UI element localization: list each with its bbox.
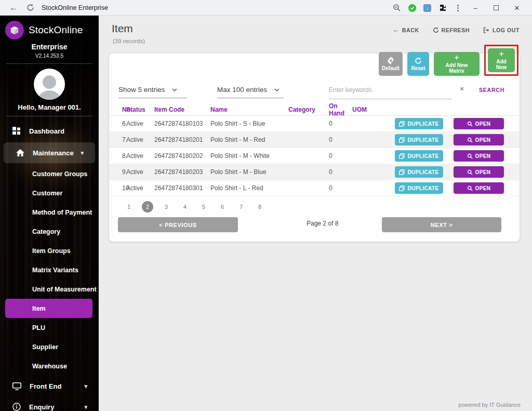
extension-green-icon[interactable]: [408, 4, 416, 12]
chevron-down-icon: [172, 88, 177, 91]
copy-icon: [399, 121, 405, 127]
magnifier-icon: [467, 137, 473, 143]
cell-no: 9.: [109, 168, 126, 176]
clear-search-icon[interactable]: ×: [460, 85, 464, 93]
refresh-link[interactable]: REFRESH: [433, 27, 470, 33]
window-minimize-icon[interactable]: –: [469, 4, 482, 12]
add-new-button[interactable]: + Add New: [488, 48, 515, 72]
stockonline-box-logo-icon: [5, 21, 24, 39]
pagination: 12345678: [123, 201, 265, 213]
open-button[interactable]: OPEN: [454, 118, 504, 129]
cell-onhand: 0: [323, 152, 352, 160]
sidebar-subitem-method-of-payment[interactable]: Method of Payment: [0, 203, 99, 222]
next-page-button[interactable]: NEXT >: [382, 217, 501, 232]
logout-icon: [483, 27, 490, 33]
duplicate-button[interactable]: DUPLICATE: [395, 150, 443, 162]
col-no: No.: [109, 106, 126, 113]
page-title: Item: [112, 22, 133, 35]
cell-itemcode: 26472874180203: [154, 168, 210, 176]
keyword-search-field[interactable]: [329, 85, 452, 99]
open-button[interactable]: OPEN: [454, 166, 504, 178]
sidebar-subitem-customer[interactable]: Customer: [0, 183, 99, 203]
open-button[interactable]: OPEN: [454, 182, 504, 194]
sidebar-subitem-item-groups[interactable]: Item Groups: [0, 241, 99, 260]
copy-icon: [399, 153, 405, 159]
cell-status: Active: [126, 184, 154, 192]
brand: StockOnline: [0, 16, 99, 39]
main-content: Item (39 records) ← BACK REFRESH LOG OUT…: [99, 16, 532, 411]
cell-no: 7.: [109, 136, 126, 143]
cell-no: 6.: [109, 120, 126, 127]
default-button[interactable]: Default: [379, 52, 403, 76]
page-number-5[interactable]: 5: [198, 201, 209, 213]
extensions-puzzle-icon[interactable]: [438, 4, 447, 12]
window-maximize-icon[interactable]: [494, 5, 499, 10]
logout-link[interactable]: LOG OUT: [483, 27, 520, 33]
sidebar-item-label: Dashboard: [29, 127, 64, 135]
open-button[interactable]: OPEN: [454, 134, 504, 145]
sidebar-item-label: Enquiry: [29, 403, 54, 411]
sidebar-subitem-category[interactable]: Category: [0, 222, 99, 241]
add-new-matrix-button[interactable]: + Add New Matrix: [434, 52, 480, 76]
chevron-down-icon: [274, 88, 280, 91]
max-entries-value: Max 100 entries: [217, 86, 267, 94]
item-table: No. Status Item Code Name Category On Ha…: [109, 103, 520, 196]
duplicate-button[interactable]: DUPLICATE: [395, 118, 443, 129]
user-greeting: Hello, Manager 001.: [0, 103, 99, 111]
page-number-7[interactable]: 7: [235, 201, 247, 213]
max-entries-select[interactable]: Max 100 entries: [217, 86, 284, 98]
home-icon: [16, 149, 24, 157]
sidebar-divider: [6, 116, 92, 116]
browser-back-icon[interactable]: ←: [7, 3, 20, 13]
page-number-2[interactable]: 2: [142, 201, 153, 213]
sidebar-subitem-matrix-variants[interactable]: Matrix Variants: [0, 260, 99, 280]
previous-page-button[interactable]: < PREVIOUS: [118, 217, 238, 232]
duplicate-button[interactable]: DUPLICATE: [395, 182, 443, 194]
add-new-label: Add New: [492, 59, 511, 70]
open-button[interactable]: OPEN: [454, 150, 504, 162]
sidebar-subitem-item[interactable]: Item: [5, 299, 92, 318]
reset-button[interactable]: Reset: [407, 52, 429, 76]
cell-status: Active: [126, 168, 154, 176]
sidebar-subitem-plu[interactable]: PLU: [0, 318, 99, 337]
page-number-4[interactable]: 4: [179, 201, 191, 213]
duplicate-button[interactable]: DUPLICATE: [395, 166, 443, 178]
browser-refresh-icon[interactable]: [24, 4, 36, 11]
sidebar-item-enquiry[interactable]: Enquiry ▾: [0, 396, 99, 411]
page-number-3[interactable]: 3: [161, 201, 172, 213]
app-version: V2.14.253.5: [0, 53, 99, 59]
top-nav: ← BACK REFRESH LOG OUT: [392, 26, 520, 34]
sidebar-subitem-customer-groups[interactable]: Customer Groups: [0, 164, 99, 183]
plus-icon: +: [454, 54, 459, 61]
browser-menu-icon[interactable]: [454, 5, 461, 11]
extension-download-icon[interactable]: ↓: [423, 4, 431, 12]
browser-tab-title: StockOnline Enterprise: [42, 4, 108, 11]
col-itemcode: Item Code: [154, 106, 210, 113]
search-input[interactable]: [329, 86, 452, 94]
chevron-down-icon: ▾: [81, 150, 84, 156]
record-count: (39 records): [113, 38, 145, 44]
zoom-out-icon[interactable]: [393, 4, 401, 12]
sidebar-item-maintenance[interactable]: Maintenance ▾: [4, 142, 95, 163]
cell-no: 10.: [109, 184, 126, 192]
back-link[interactable]: ← BACK: [392, 26, 419, 34]
sidebar-subitem-unit-of-measurement[interactable]: Unit of Measurement: [0, 280, 99, 299]
copy-icon: [399, 137, 405, 143]
sidebar-item-dashboard[interactable]: Dashboard: [0, 121, 99, 141]
show-entries-select[interactable]: Show 5 entries: [118, 86, 187, 98]
window-close-icon[interactable]: ✕: [510, 4, 524, 12]
page-number-1[interactable]: 1: [123, 201, 135, 213]
sidebar-subitem-warehouse[interactable]: Warehouse: [0, 356, 99, 376]
table-body: 6.Active26472874180103Polo Shirt - S - B…: [109, 116, 520, 196]
sidebar-item-label: Maintenance: [33, 149, 74, 157]
table-row: 7.Active26472874180201Polo Shirt - M - R…: [109, 132, 520, 148]
highlight-box: + Add New: [484, 45, 518, 76]
sidebar-item-front-end[interactable]: Front End ▾: [0, 376, 99, 396]
avatar: [34, 69, 65, 100]
reset-refresh-icon: [415, 57, 422, 64]
search-button[interactable]: SEARCH: [479, 87, 504, 93]
duplicate-button[interactable]: DUPLICATE: [395, 134, 443, 145]
page-number-8[interactable]: 8: [254, 201, 265, 213]
sidebar-subitem-supplier[interactable]: Supplier: [0, 337, 99, 356]
page-number-6[interactable]: 6: [217, 201, 228, 213]
